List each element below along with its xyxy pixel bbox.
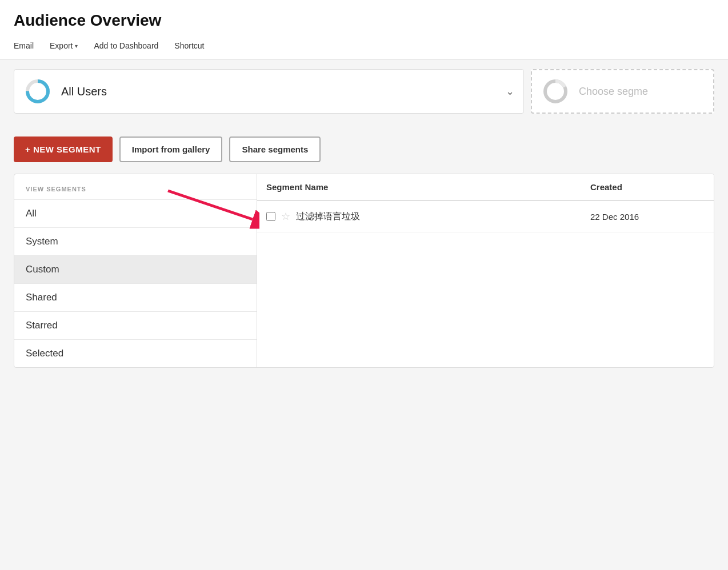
segments-layout: VIEW SEGMENTS All System Custom Shared S (14, 174, 714, 367)
email-button[interactable]: Email (14, 39, 34, 53)
export-dropdown-arrow: ▾ (75, 43, 78, 49)
row-segment-name[interactable]: 过滤掉语言垃圾 (296, 211, 590, 223)
row-created-date: 22 Dec 2016 (590, 212, 705, 222)
sidebar-item-all[interactable]: All (14, 199, 257, 227)
table-row: ☆ 过滤掉语言垃圾 22 Dec 2016 (257, 201, 714, 232)
selected-segment-name: All Users (61, 85, 514, 98)
import-from-gallery-button[interactable]: Import from gallery (119, 137, 223, 162)
view-segments-label: VIEW SEGMENTS (14, 174, 257, 199)
page-title: Audience Overview (14, 11, 714, 39)
table-header: Segment Name Created (257, 174, 714, 201)
export-button[interactable]: Export ▾ (50, 39, 78, 53)
segments-table: Segment Name Created ☆ 过滤掉语言垃圾 22 Dec 20… (257, 174, 714, 367)
segment-donut-icon (23, 77, 52, 106)
sidebar-item-custom[interactable]: Custom (14, 255, 257, 283)
segments-container: VIEW SEGMENTS All System Custom Shared S (14, 174, 714, 368)
sidebar-item-starred[interactable]: Starred (14, 311, 257, 339)
choose-segment-icon (541, 77, 570, 106)
main-content: + NEW SEGMENT Import from gallery Share … (0, 123, 728, 382)
new-segment-button[interactable]: + NEW SEGMENT (14, 137, 113, 162)
choose-segment-box[interactable]: Choose segme (531, 69, 714, 114)
share-segments-button[interactable]: Share segments (229, 137, 321, 162)
col-segment-name: Segment Name (266, 182, 590, 192)
row-checkbox[interactable] (266, 212, 275, 221)
row-star-icon[interactable]: ☆ (281, 210, 290, 223)
segment-selector-box[interactable]: All Users ⌄ (14, 69, 524, 114)
choose-segment-placeholder: Choose segme (579, 86, 648, 98)
segments-sidebar: VIEW SEGMENTS All System Custom Shared S (14, 174, 257, 367)
toolbar: Email Export ▾ Add to Dashboard Shortcut (14, 39, 714, 59)
shortcut-button[interactable]: Shortcut (174, 39, 204, 53)
col-created: Created (590, 182, 705, 192)
segments-wrapper: VIEW SEGMENTS All System Custom Shared S (14, 174, 714, 368)
add-to-dashboard-button[interactable]: Add to Dashboard (94, 39, 158, 53)
sidebar-item-selected[interactable]: Selected (14, 339, 257, 367)
sidebar-item-shared[interactable]: Shared (14, 283, 257, 311)
sidebar-item-system[interactable]: System (14, 227, 257, 255)
action-row: + NEW SEGMENT Import from gallery Share … (14, 137, 714, 162)
segment-dropdown-button[interactable]: ⌄ (506, 85, 514, 98)
segment-selector-row: All Users ⌄ Choose segme (0, 60, 728, 123)
